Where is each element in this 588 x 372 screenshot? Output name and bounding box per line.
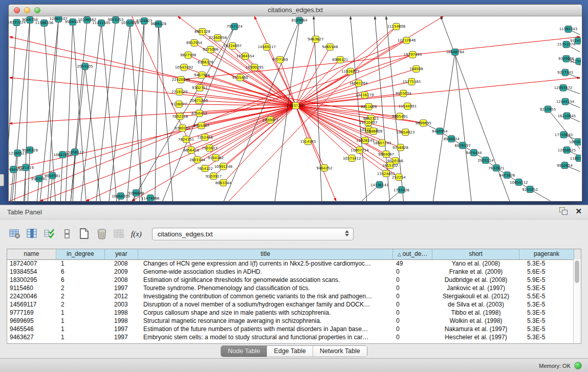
cell-in-degree[interactable]: 2	[56, 300, 105, 309]
cell-year[interactable]: 1998	[105, 317, 138, 325]
column-header-short[interactable]: short	[432, 249, 519, 259]
cell-name[interactable]: 9463627	[7, 333, 56, 341]
table-row[interactable]: 1456911722003Disruption of a novel membe…	[7, 300, 574, 309]
tab-edge-table[interactable]: Edge Table	[267, 346, 312, 357]
cell-name[interactable]: 9115460	[7, 284, 56, 292]
tab-node-table[interactable]: Node Table	[221, 346, 267, 357]
cell-name[interactable]: 9699695	[7, 317, 56, 325]
new-document-icon[interactable]	[77, 227, 92, 241]
cell-in-degree[interactable]: 1	[56, 333, 105, 341]
cell-year[interactable]: 1998	[105, 309, 138, 317]
memory-status-indicator[interactable]	[574, 362, 582, 369]
cell-year[interactable]: 2009	[105, 268, 138, 276]
cell-short[interactable]: Nakamura et al. (1997)	[432, 325, 519, 333]
cell-title[interactable]: Changes of HCN gene expression and I(f) …	[138, 259, 393, 268]
cell-out-degree[interactable]: 0	[393, 284, 432, 292]
cell-title[interactable]: Estimation of significance thresholds fo…	[138, 276, 393, 284]
cell-pagerank[interactable]: 5.3E-5	[519, 259, 574, 268]
window-titlebar[interactable]: citations_edges.txt	[9, 5, 582, 16]
cell-out-degree[interactable]: 0	[393, 333, 432, 341]
table-row[interactable]: 1938455462009Genome-wide association stu…	[7, 268, 574, 276]
table-row[interactable]: 911546021997Tourette syndrome. Phenomeno…	[7, 284, 574, 292]
table-row[interactable]: 946362711997Embryonic stem cells: a mode…	[7, 333, 574, 341]
cell-pagerank[interactable]: 5.3E-5	[519, 333, 574, 341]
cell-pagerank[interactable]: 5.3E-5	[519, 309, 574, 317]
cell-year[interactable]: 2012	[105, 292, 138, 300]
cell-year[interactable]: 2008	[105, 276, 138, 284]
cell-out-degree[interactable]: 49	[393, 259, 432, 268]
cell-in-degree[interactable]: 1	[56, 317, 105, 325]
cell-out-degree[interactable]: 0	[393, 317, 432, 325]
table-row[interactable]: 2242004622012Investigating the contribut…	[7, 292, 574, 300]
cell-name[interactable]: 22420046	[7, 292, 56, 300]
cell-short[interactable]: Stergiakouli et al. (2012)	[432, 292, 519, 300]
cell-short[interactable]: de Silva et al. (2003)	[432, 300, 519, 309]
cell-name[interactable]: 9777169	[7, 309, 56, 317]
column-header-in-degree[interactable]: in_degree	[56, 249, 105, 259]
cell-name[interactable]: 18724007	[7, 259, 56, 268]
table-row[interactable]: 1872400712008Changes of HCN gene express…	[7, 259, 574, 268]
column-header-year[interactable]: year	[105, 249, 138, 259]
cell-out-degree[interactable]: 0	[393, 292, 432, 300]
cell-short[interactable]: Dudbridge et al. (2008)	[432, 276, 519, 284]
cell-pagerank[interactable]: 5.9E-5	[519, 276, 574, 284]
cell-short[interactable]: Hescheler et al. (1997)	[432, 333, 519, 341]
cell-pagerank[interactable]: 5.3E-5	[519, 300, 574, 309]
cell-out-degree[interactable]: 0	[393, 300, 432, 309]
cell-in-degree[interactable]: 6	[56, 268, 105, 276]
cell-title[interactable]: Tourette syndrome. Phenomenology and cla…	[138, 284, 393, 292]
cell-title[interactable]: Corpus callosum shape and size in male p…	[138, 309, 393, 317]
cell-pagerank[interactable]: 5.3E-5	[519, 317, 574, 325]
vertical-scrollbar[interactable]	[573, 259, 581, 343]
table-row[interactable]: 969969511998Structural magnetic resonanc…	[7, 317, 574, 325]
table-row[interactable]: 977716911998Corpus callosum shape and si…	[7, 309, 574, 317]
deselect-icon[interactable]	[59, 227, 75, 241]
cell-name[interactable]: 9465546	[7, 325, 56, 333]
column-header-out-degree[interactable]: △out_de…	[393, 249, 432, 259]
table-row[interactable]: 1830029562008Estimation of significance …	[7, 276, 574, 284]
table-selector-dropdown[interactable]: citations_edges.txt	[152, 228, 354, 240]
cell-name[interactable]: 19384554	[7, 268, 56, 276]
cell-year[interactable]: 2003	[105, 300, 138, 309]
cell-short[interactable]: Franke et al. (2009)	[432, 268, 519, 276]
cell-in-degree[interactable]: 2	[56, 292, 105, 300]
cell-year[interactable]: 1997	[105, 333, 138, 341]
cell-title[interactable]: Investigating the contribution of common…	[138, 292, 393, 300]
cell-in-degree[interactable]: 1	[56, 259, 105, 268]
cell-pagerank[interactable]: 5.5E-5	[519, 292, 574, 300]
cell-pagerank[interactable]: 5.3E-5	[519, 284, 574, 292]
cell-title[interactable]: Genome-wide association studies in ADHD.	[138, 268, 393, 276]
delete-icon[interactable]	[94, 227, 110, 241]
cell-year[interactable]: 1997	[105, 284, 138, 292]
scrollbar-thumb[interactable]	[575, 260, 579, 283]
cell-year[interactable]: 2008	[105, 259, 138, 268]
float-panel-icon[interactable]	[559, 207, 568, 215]
column-visibility-icon[interactable]	[25, 227, 40, 241]
zoom-window-button[interactable]	[34, 7, 40, 13]
cell-out-degree[interactable]: 0	[393, 276, 432, 284]
cell-title[interactable]: Disruption of a novel member of a sodium…	[138, 300, 393, 309]
panel-collapse-handle[interactable]	[0, 174, 4, 186]
cell-short[interactable]: Yano et al. (2008)	[432, 259, 519, 268]
cell-pagerank[interactable]: 5.6E-5	[519, 268, 574, 276]
cell-title[interactable]: Structural magnetic resonance image aver…	[138, 317, 393, 325]
column-header-title[interactable]: title	[138, 249, 393, 259]
cell-title[interactable]: Embryonic stem cells: a model to study s…	[138, 333, 393, 341]
cell-in-degree[interactable]: 1	[56, 309, 105, 317]
function-builder-icon[interactable]: f(x)	[131, 230, 142, 238]
close-window-button[interactable]	[14, 7, 20, 13]
cell-name[interactable]: 14569117	[7, 300, 56, 309]
close-panel-icon[interactable]: ✕	[575, 207, 582, 215]
cell-short[interactable]: Jankovic et al. (1997)	[432, 284, 519, 292]
cell-out-degree[interactable]: 0	[393, 325, 432, 333]
minimize-window-button[interactable]	[24, 7, 30, 13]
table-settings-icon[interactable]	[7, 227, 23, 241]
column-header-name[interactable]: name	[7, 249, 56, 259]
network-canvas[interactable]: 1653722490467381158633612065107950851410…	[9, 16, 581, 201]
cell-in-degree[interactable]: 2	[56, 284, 105, 292]
column-header-pagerank[interactable]: pagerank	[519, 249, 574, 259]
cell-short[interactable]: Tibbo et al. (1998)	[432, 309, 519, 317]
cell-pagerank[interactable]: 5.3E-5	[519, 325, 574, 333]
select-all-icon[interactable]	[42, 227, 57, 241]
cell-out-degree[interactable]: 0	[393, 309, 432, 317]
